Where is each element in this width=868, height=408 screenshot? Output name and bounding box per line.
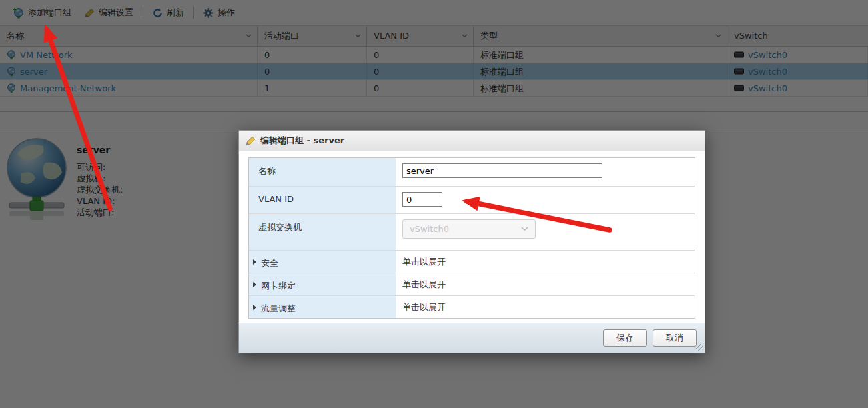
chevron-down-icon (521, 227, 528, 231)
traffic-shaping-section-row: 流量调整 单击以展开 (249, 296, 695, 318)
security-section-row: 安全 单击以展开 (249, 251, 695, 273)
nic-teaming-expand-hint[interactable]: 单击以展开 (396, 273, 695, 295)
nic-teaming-section-row: 网卡绑定 单击以展开 (249, 273, 695, 296)
nic-teaming-section-toggle[interactable]: 网卡绑定 (249, 273, 396, 295)
dialog-footer: 保存 取消 (239, 323, 705, 353)
vswitch-select-value: vSwitch0 (410, 224, 449, 234)
name-field-label: 名称 (249, 158, 396, 186)
edit-portgroup-dialog: 编辑端口组 - server 名称 VLAN ID 虚拟交换机 (238, 130, 705, 353)
security-section-toggle[interactable]: 安全 (249, 251, 396, 273)
section-label: 流量调整 (261, 303, 296, 315)
dialog-form: 名称 VLAN ID 虚拟交换机 vSwitch0 (248, 157, 695, 319)
vswitch-field-row: 虚拟交换机 vSwitch0 (249, 214, 695, 251)
esxi-portgroups-page: 添加端口组 编辑设置 刷新 (0, 0, 868, 408)
save-button[interactable]: 保存 (603, 329, 647, 347)
vswitch-field-label: 虚拟交换机 (249, 214, 396, 250)
dialog-title: 编辑端口组 - server (260, 135, 344, 147)
section-label: 安全 (261, 257, 278, 269)
dialog-body: 名称 VLAN ID 虚拟交换机 vSwitch0 (239, 151, 705, 323)
cancel-button[interactable]: 取消 (653, 329, 697, 347)
vlan-field-row: VLAN ID (249, 187, 695, 214)
vlan-field-value (396, 187, 695, 213)
resize-grip[interactable] (696, 344, 703, 351)
vlan-id-input[interactable] (402, 192, 442, 207)
triangle-right-icon (253, 259, 256, 265)
traffic-shaping-expand-hint[interactable]: 单击以展开 (396, 296, 695, 318)
name-field-row: 名称 (249, 158, 695, 187)
vswitch-select: vSwitch0 (402, 219, 536, 239)
name-input[interactable] (402, 163, 602, 178)
triangle-right-icon (253, 282, 256, 287)
vswitch-field-value: vSwitch0 (396, 214, 695, 250)
name-field-value (396, 158, 695, 186)
triangle-right-icon (253, 305, 256, 310)
traffic-shaping-section-toggle[interactable]: 流量调整 (249, 296, 396, 318)
pencil-icon (246, 136, 256, 146)
vlan-field-label: VLAN ID (249, 187, 396, 213)
section-label: 网卡绑定 (261, 280, 296, 292)
dialog-titlebar[interactable]: 编辑端口组 - server (239, 131, 705, 151)
security-expand-hint[interactable]: 单击以展开 (396, 251, 695, 273)
